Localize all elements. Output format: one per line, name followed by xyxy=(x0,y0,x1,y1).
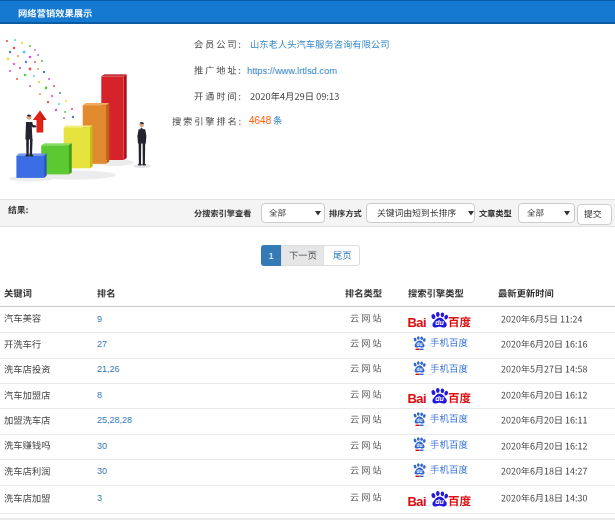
svg-text:du: du xyxy=(417,469,423,474)
svg-text:du: du xyxy=(417,367,423,372)
svg-text:du: du xyxy=(417,342,423,347)
svg-text:du: du xyxy=(417,418,423,423)
svg-text:du: du xyxy=(435,498,444,505)
svg-text:du: du xyxy=(435,319,444,326)
svg-text:du: du xyxy=(417,443,423,448)
svg-text:du: du xyxy=(435,395,444,402)
